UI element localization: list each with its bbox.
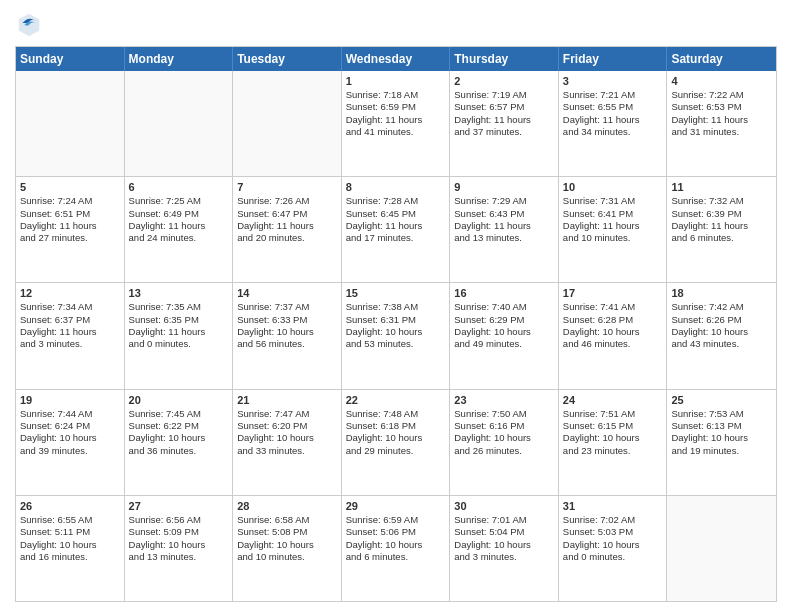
cell-info-line: Daylight: 10 hours bbox=[237, 326, 337, 338]
day-cell-10: 10Sunrise: 7:31 AMSunset: 6:41 PMDayligh… bbox=[559, 177, 668, 282]
cell-info-line: Sunset: 6:16 PM bbox=[454, 420, 554, 432]
cell-info-line: and 34 minutes. bbox=[563, 126, 663, 138]
day-cell-empty-0-0 bbox=[16, 71, 125, 176]
cell-info-line: and 53 minutes. bbox=[346, 338, 446, 350]
day-number: 22 bbox=[346, 394, 446, 406]
calendar-row-3: 19Sunrise: 7:44 AMSunset: 6:24 PMDayligh… bbox=[16, 390, 776, 496]
cell-info-line: Sunrise: 6:55 AM bbox=[20, 514, 120, 526]
day-cell-28: 28Sunrise: 6:58 AMSunset: 5:08 PMDayligh… bbox=[233, 496, 342, 601]
cell-info-line: Sunset: 6:26 PM bbox=[671, 314, 772, 326]
day-number: 18 bbox=[671, 287, 772, 299]
cell-info-line: Sunset: 6:13 PM bbox=[671, 420, 772, 432]
cell-info-line: Sunrise: 7:41 AM bbox=[563, 301, 663, 313]
day-number: 27 bbox=[129, 500, 229, 512]
cell-info-line: and 31 minutes. bbox=[671, 126, 772, 138]
day-number: 24 bbox=[563, 394, 663, 406]
cell-info-line: Sunset: 6:29 PM bbox=[454, 314, 554, 326]
cell-info-line: Sunset: 6:45 PM bbox=[346, 208, 446, 220]
cell-info-line: and 3 minutes. bbox=[454, 551, 554, 563]
day-cell-26: 26Sunrise: 6:55 AMSunset: 5:11 PMDayligh… bbox=[16, 496, 125, 601]
day-cell-23: 23Sunrise: 7:50 AMSunset: 6:16 PMDayligh… bbox=[450, 390, 559, 495]
cell-info-line: Sunrise: 7:51 AM bbox=[563, 408, 663, 420]
cell-info-line: Sunrise: 7:50 AM bbox=[454, 408, 554, 420]
day-number: 2 bbox=[454, 75, 554, 87]
day-cell-14: 14Sunrise: 7:37 AMSunset: 6:33 PMDayligh… bbox=[233, 283, 342, 388]
cell-info-line: Sunset: 6:18 PM bbox=[346, 420, 446, 432]
cell-info-line: Sunrise: 7:02 AM bbox=[563, 514, 663, 526]
day-number: 3 bbox=[563, 75, 663, 87]
cell-info-line: and 23 minutes. bbox=[563, 445, 663, 457]
page: SundayMondayTuesdayWednesdayThursdayFrid… bbox=[0, 0, 792, 612]
logo bbox=[15, 10, 47, 38]
cell-info-line: Sunrise: 7:21 AM bbox=[563, 89, 663, 101]
cell-info-line: Sunset: 6:43 PM bbox=[454, 208, 554, 220]
cell-info-line: Sunrise: 6:58 AM bbox=[237, 514, 337, 526]
cell-info-line: Sunrise: 7:31 AM bbox=[563, 195, 663, 207]
day-number: 15 bbox=[346, 287, 446, 299]
cell-info-line: Sunrise: 7:18 AM bbox=[346, 89, 446, 101]
weekday-header-thursday: Thursday bbox=[450, 47, 559, 71]
day-number: 25 bbox=[671, 394, 772, 406]
cell-info-line: Sunset: 6:47 PM bbox=[237, 208, 337, 220]
cell-info-line: Sunset: 6:41 PM bbox=[563, 208, 663, 220]
cell-info-line: Daylight: 10 hours bbox=[20, 539, 120, 551]
cell-info-line: Daylight: 11 hours bbox=[454, 220, 554, 232]
weekday-header-saturday: Saturday bbox=[667, 47, 776, 71]
cell-info-line: Sunset: 6:53 PM bbox=[671, 101, 772, 113]
cell-info-line: Sunset: 5:06 PM bbox=[346, 526, 446, 538]
cell-info-line: Sunset: 6:22 PM bbox=[129, 420, 229, 432]
day-cell-6: 6Sunrise: 7:25 AMSunset: 6:49 PMDaylight… bbox=[125, 177, 234, 282]
calendar-row-4: 26Sunrise: 6:55 AMSunset: 5:11 PMDayligh… bbox=[16, 496, 776, 601]
cell-info-line: Sunrise: 7:32 AM bbox=[671, 195, 772, 207]
cell-info-line: and 13 minutes. bbox=[129, 551, 229, 563]
cell-info-line: and 10 minutes. bbox=[563, 232, 663, 244]
cell-info-line: Sunset: 6:20 PM bbox=[237, 420, 337, 432]
cell-info-line: Daylight: 11 hours bbox=[454, 114, 554, 126]
header bbox=[15, 10, 777, 38]
cell-info-line: Sunset: 6:15 PM bbox=[563, 420, 663, 432]
cell-info-line: and 10 minutes. bbox=[237, 551, 337, 563]
cell-info-line: and 39 minutes. bbox=[20, 445, 120, 457]
day-cell-5: 5Sunrise: 7:24 AMSunset: 6:51 PMDaylight… bbox=[16, 177, 125, 282]
cell-info-line: Daylight: 10 hours bbox=[454, 326, 554, 338]
cell-info-line: and 33 minutes. bbox=[237, 445, 337, 457]
day-cell-19: 19Sunrise: 7:44 AMSunset: 6:24 PMDayligh… bbox=[16, 390, 125, 495]
calendar-row-2: 12Sunrise: 7:34 AMSunset: 6:37 PMDayligh… bbox=[16, 283, 776, 389]
cell-info-line: Sunrise: 7:24 AM bbox=[20, 195, 120, 207]
day-number: 12 bbox=[20, 287, 120, 299]
cell-info-line: Daylight: 11 hours bbox=[346, 220, 446, 232]
cell-info-line: and 0 minutes. bbox=[563, 551, 663, 563]
cell-info-line: Sunrise: 6:56 AM bbox=[129, 514, 229, 526]
cell-info-line: Sunrise: 7:29 AM bbox=[454, 195, 554, 207]
cell-info-line: Daylight: 11 hours bbox=[671, 114, 772, 126]
cell-info-line: Sunset: 5:11 PM bbox=[20, 526, 120, 538]
cell-info-line: and 6 minutes. bbox=[671, 232, 772, 244]
day-cell-2: 2Sunrise: 7:19 AMSunset: 6:57 PMDaylight… bbox=[450, 71, 559, 176]
cell-info-line: Daylight: 10 hours bbox=[237, 432, 337, 444]
day-number: 4 bbox=[671, 75, 772, 87]
cell-info-line: Daylight: 10 hours bbox=[346, 326, 446, 338]
day-number: 26 bbox=[20, 500, 120, 512]
cell-info-line: Daylight: 10 hours bbox=[454, 432, 554, 444]
calendar-body: 1Sunrise: 7:18 AMSunset: 6:59 PMDaylight… bbox=[16, 71, 776, 601]
calendar-row-1: 5Sunrise: 7:24 AMSunset: 6:51 PMDaylight… bbox=[16, 177, 776, 283]
cell-info-line: Sunset: 6:59 PM bbox=[346, 101, 446, 113]
day-number: 1 bbox=[346, 75, 446, 87]
cell-info-line: Daylight: 11 hours bbox=[20, 220, 120, 232]
day-number: 17 bbox=[563, 287, 663, 299]
cell-info-line: Sunrise: 7:37 AM bbox=[237, 301, 337, 313]
cell-info-line: Sunset: 5:03 PM bbox=[563, 526, 663, 538]
day-number: 13 bbox=[129, 287, 229, 299]
cell-info-line: Daylight: 11 hours bbox=[671, 220, 772, 232]
cell-info-line: Daylight: 10 hours bbox=[346, 539, 446, 551]
cell-info-line: Sunrise: 7:26 AM bbox=[237, 195, 337, 207]
weekday-header-monday: Monday bbox=[125, 47, 234, 71]
cell-info-line: and 0 minutes. bbox=[129, 338, 229, 350]
cell-info-line: Daylight: 11 hours bbox=[20, 326, 120, 338]
day-number: 19 bbox=[20, 394, 120, 406]
cell-info-line: Daylight: 10 hours bbox=[346, 432, 446, 444]
cell-info-line: and 27 minutes. bbox=[20, 232, 120, 244]
day-cell-8: 8Sunrise: 7:28 AMSunset: 6:45 PMDaylight… bbox=[342, 177, 451, 282]
day-number: 11 bbox=[671, 181, 772, 193]
day-cell-25: 25Sunrise: 7:53 AMSunset: 6:13 PMDayligh… bbox=[667, 390, 776, 495]
